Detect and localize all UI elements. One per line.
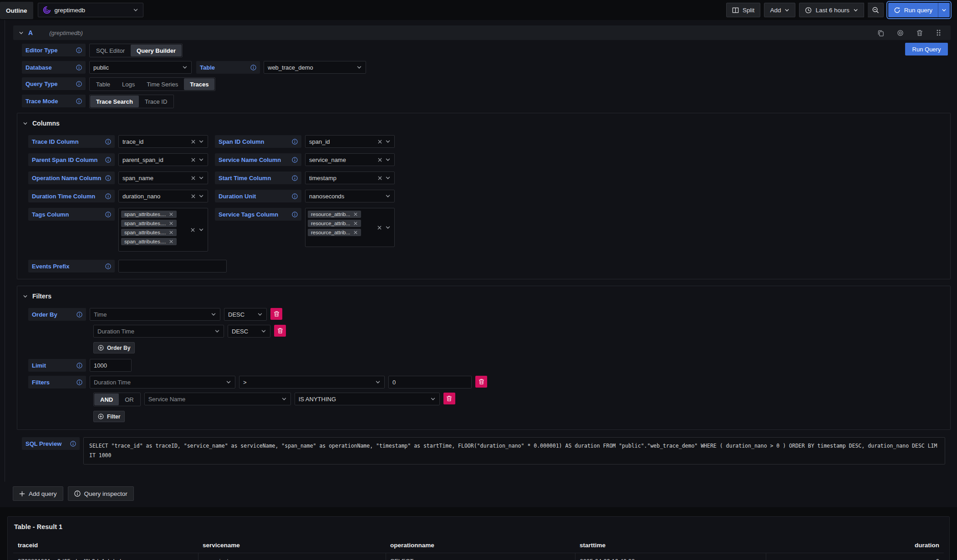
order-by-field-select[interactable]: Time — [90, 308, 220, 321]
parent-span-id-column-select[interactable]: parent_span_id — [118, 153, 208, 166]
clear-all-icon[interactable] — [190, 227, 195, 232]
column-header-servicename[interactable]: servicename — [198, 538, 386, 553]
tags-column-multiselect[interactable]: span_attributes.... span_attributes.... … — [118, 208, 208, 252]
trace-mode-id[interactable]: Trace ID — [139, 96, 173, 107]
remove-filter-button[interactable] — [475, 376, 487, 388]
column-header-traceid[interactable]: traceid — [13, 538, 198, 553]
chevron-down-icon[interactable] — [199, 227, 204, 232]
chevron-down-icon[interactable] — [226, 379, 231, 385]
events-prefix-input[interactable] — [118, 260, 227, 272]
column-header-starttime[interactable]: starttime — [575, 538, 766, 553]
chip-remove-icon[interactable] — [353, 221, 358, 226]
filter-value-input[interactable] — [388, 376, 472, 388]
chevron-down-icon[interactable] — [385, 175, 391, 181]
remove-order-by-button[interactable] — [274, 325, 286, 337]
editor-type-sql-editor[interactable]: SQL Editor — [90, 45, 131, 56]
disable-query-icon[interactable] — [893, 30, 908, 36]
add-order-by-button[interactable]: Order By — [93, 342, 135, 353]
editor-type-query-builder[interactable]: Query Builder — [131, 45, 182, 56]
time-zoom-out-button[interactable] — [868, 3, 884, 17]
run-query-options-caret[interactable] — [938, 3, 950, 17]
chevron-down-icon[interactable] — [211, 312, 216, 317]
start-time-column-select[interactable]: timestamp — [305, 172, 395, 184]
query-type-time-series[interactable]: Time Series — [141, 78, 184, 90]
column-header-operationname[interactable]: operationname — [386, 538, 575, 553]
chip-remove-icon[interactable] — [169, 221, 173, 226]
column-header-duration[interactable]: duration — [766, 538, 944, 553]
clear-icon[interactable] — [377, 157, 382, 162]
duplicate-query-icon[interactable] — [873, 30, 888, 36]
order-by-direction-select[interactable]: DESC — [224, 308, 267, 321]
query-inspector-button[interactable]: Query inspector — [68, 486, 134, 501]
chip-remove-icon[interactable] — [169, 230, 173, 235]
chevron-down-icon[interactable] — [385, 139, 391, 144]
collapse-chevron-icon[interactable] — [19, 30, 24, 35]
order-by-direction-select[interactable]: DESC — [228, 325, 270, 338]
filter-field-select[interactable]: Duration Time — [90, 376, 235, 388]
clear-icon[interactable] — [377, 176, 382, 181]
chevron-down-icon[interactable] — [356, 65, 362, 70]
chip-remove-icon[interactable] — [169, 212, 173, 217]
service-tags-column-multiselect[interactable]: resource_attrib... resource_attrib... re… — [305, 208, 395, 247]
traceid-link[interactable]: 3768831301ea0d65adaef8b9da1cbded — [13, 553, 198, 560]
clear-all-icon[interactable] — [377, 225, 382, 230]
table-select[interactable]: web_trace_demo — [264, 61, 366, 74]
chevron-down-icon[interactable] — [385, 225, 391, 230]
chevron-down-icon[interactable] — [199, 193, 204, 199]
run-query-button[interactable]: Run query — [888, 3, 938, 17]
clear-icon[interactable] — [191, 139, 196, 144]
clear-icon[interactable] — [191, 176, 196, 181]
clear-icon[interactable] — [191, 194, 196, 199]
chevron-down-icon[interactable] — [199, 157, 204, 162]
remove-order-by-button[interactable] — [270, 308, 282, 320]
query-type-table[interactable]: Table — [90, 78, 116, 90]
filter-logic-or[interactable]: OR — [119, 394, 140, 405]
add-dropdown-button[interactable]: Add — [764, 3, 795, 17]
panel-run-query-button[interactable]: Run Query — [905, 43, 948, 55]
trace-mode-search[interactable]: Trace Search — [90, 96, 139, 107]
outline-toggle-button[interactable]: Outline — [0, 2, 33, 19]
duration-unit-select[interactable]: nanoseconds — [305, 190, 395, 202]
chevron-down-icon[interactable] — [199, 175, 204, 181]
query-type-traces[interactable]: Traces — [184, 78, 214, 90]
database-select[interactable]: public — [89, 61, 192, 74]
filter-logic-and[interactable]: AND — [94, 394, 119, 405]
chevron-down-icon[interactable] — [199, 139, 204, 144]
filter-operator-select[interactable]: > — [239, 376, 385, 388]
service-name-column-select[interactable]: service_name — [305, 153, 395, 166]
limit-input[interactable] — [90, 359, 132, 372]
columns-section-header[interactable]: Columns — [23, 120, 939, 127]
query-type-logs[interactable]: Logs — [116, 78, 141, 90]
chevron-down-icon[interactable] — [214, 328, 220, 334]
chip-remove-icon[interactable] — [353, 212, 358, 217]
query-row-header[interactable]: A (greptimedb) — [13, 25, 951, 40]
filters-section-header[interactable]: Filters — [23, 293, 939, 300]
chip-remove-icon[interactable] — [169, 239, 173, 244]
filter-field-select[interactable]: Service Name — [144, 393, 291, 405]
operation-name-column-select[interactable]: span_name — [118, 172, 208, 184]
chevron-down-icon[interactable] — [182, 65, 188, 70]
order-by-field-select[interactable]: Duration Time — [93, 325, 224, 338]
chevron-down-icon[interactable] — [385, 157, 391, 162]
chip-remove-icon[interactable] — [353, 230, 358, 235]
time-range-picker[interactable]: Last 6 hours — [799, 3, 864, 17]
span-id-column-select[interactable]: span_id — [305, 135, 395, 148]
chevron-down-icon[interactable] — [375, 379, 381, 385]
chevron-down-icon[interactable] — [261, 328, 266, 334]
clear-icon[interactable] — [377, 139, 382, 144]
add-filter-button[interactable]: Filter — [93, 411, 125, 422]
datasource-picker[interactable]: greptimedb — [38, 3, 143, 17]
chevron-down-icon[interactable] — [257, 312, 263, 317]
drag-handle-icon[interactable] — [932, 29, 945, 36]
duration-time-column-select[interactable]: duration_nano — [118, 190, 208, 202]
chevron-down-icon[interactable] — [281, 396, 287, 402]
add-query-button[interactable]: Add query — [13, 486, 63, 501]
chevron-down-icon[interactable] — [385, 193, 391, 199]
clear-icon[interactable] — [191, 157, 196, 162]
filter-operator-select[interactable]: IS ANYTHING — [295, 393, 440, 405]
chevron-down-icon[interactable] — [430, 396, 436, 402]
remove-query-icon[interactable] — [912, 30, 927, 36]
split-button[interactable]: Split — [726, 3, 760, 17]
remove-filter-button[interactable] — [443, 393, 455, 404]
trace-id-column-select[interactable]: trace_id — [118, 135, 208, 148]
